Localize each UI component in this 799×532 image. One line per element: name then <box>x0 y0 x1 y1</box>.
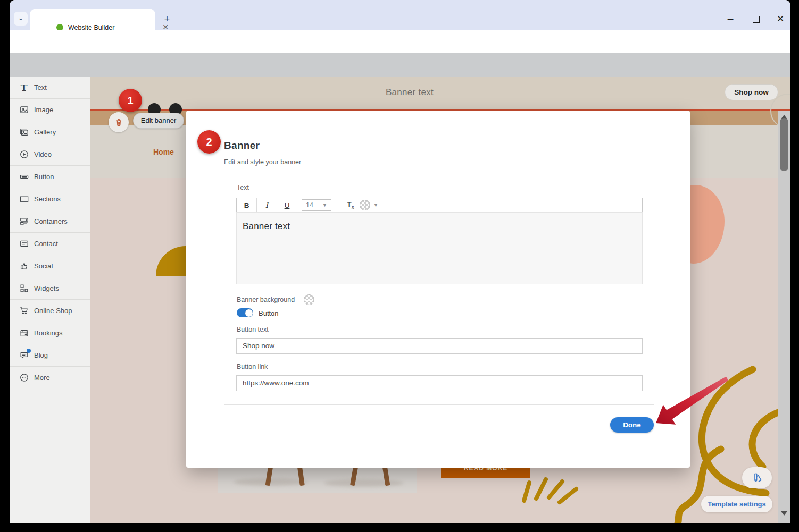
button-toggle[interactable] <box>237 308 253 317</box>
sidebar-item-button[interactable]: Button <box>10 166 90 188</box>
trash-icon <box>113 117 124 128</box>
sidebar-item-label: Image <box>34 106 53 114</box>
annotation-step-2: 2 <box>197 130 221 154</box>
clear-format-button[interactable]: Tx <box>342 200 360 210</box>
bookings-icon <box>19 328 29 339</box>
font-size-value: 14 <box>306 201 313 209</box>
sidebar-item-image[interactable]: Image <box>10 99 90 121</box>
cart-icon <box>19 306 29 316</box>
blog-icon <box>19 350 29 361</box>
sidebar-item-gallery[interactable]: Gallery <box>10 121 90 143</box>
banner-background-row: Banner background <box>237 294 314 305</box>
site-banner-shop-now-button[interactable]: Shop now <box>725 84 778 100</box>
sidebar-item-label: Online Shop <box>34 307 72 315</box>
sidebar-item-label: Widgets <box>34 284 59 292</box>
font-size-select[interactable]: 14 ▼ <box>302 199 331 211</box>
contact-icon <box>19 239 29 249</box>
widgets-icon <box>19 283 29 294</box>
sidebar-item-bookings[interactable]: Bookings <box>10 322 90 344</box>
template-settings-button[interactable]: Template settings <box>701 496 772 512</box>
button-text-input[interactable]: Shop now <box>236 338 643 354</box>
bold-button[interactable]: B <box>237 201 256 209</box>
sections-icon <box>19 194 29 205</box>
text-color-swatch-icon[interactable] <box>360 200 370 210</box>
sidebar-item-online-shop[interactable]: Online Shop <box>10 300 90 322</box>
background-color-swatch-icon[interactable] <box>304 294 314 305</box>
sidebar-item-label: Contact <box>34 240 58 248</box>
site-banner-text: Banner text <box>90 87 729 98</box>
text-format-toolbar: B I U 14 ▼ Tx ▼ <box>236 198 643 213</box>
sidebar-item-video[interactable]: Video <box>10 143 90 166</box>
button-icon <box>19 172 29 182</box>
sidebar-item-label: Gallery <box>34 128 56 136</box>
banner-text-input[interactable]: Banner text <box>236 212 643 284</box>
done-button[interactable]: Done <box>610 417 654 433</box>
window-minimize-button[interactable]: ─ <box>722 13 738 25</box>
button-link-input[interactable]: https://www.one.com <box>236 375 643 391</box>
delete-banner-button[interactable] <box>109 112 129 132</box>
browser-tab[interactable]: Website Builder ✕ <box>30 9 155 30</box>
modal-title: Banner <box>224 140 260 151</box>
banner-background-label: Banner background <box>237 296 295 303</box>
sidebar-item-label: Bookings <box>34 329 62 337</box>
canvas-scrollbar[interactable] <box>778 111 790 523</box>
sidebar-item-label: Video <box>34 150 52 158</box>
sidebar-item-widgets[interactable]: Widgets <box>10 277 90 300</box>
italic-button[interactable]: I <box>257 201 277 209</box>
modal-subtitle: Edit and style your banner <box>224 158 301 166</box>
text-section-label: Text <box>237 184 249 191</box>
button-text-label: Button text <box>237 326 269 333</box>
underline-button[interactable]: U <box>277 201 297 209</box>
text-icon: T <box>19 82 29 93</box>
palette-icon <box>751 471 763 484</box>
sidebar-item-sections[interactable]: Sections <box>10 188 90 210</box>
browser-window: ⌄ Website Builder ✕ + ─ ✕ ← → ⟳ websiteb… <box>10 0 790 523</box>
video-icon <box>19 149 29 160</box>
sidebar-item-label: Button <box>34 173 54 181</box>
sidebar-item-label: Text <box>34 83 47 91</box>
browser-titlebar: ⌄ Website Builder ✕ + ─ ✕ <box>10 0 790 30</box>
banner-edit-modal: 2 Banner Edit and style your banner Text… <box>186 111 690 468</box>
scrollbar-down-icon[interactable] <box>781 511 787 516</box>
sidebar-item-containers[interactable]: Containers <box>10 210 90 233</box>
sidebar-item-social[interactable]: Social <box>10 255 90 277</box>
containers-icon <box>19 216 29 227</box>
sidebar-item-label: Sections <box>34 195 61 203</box>
more-icon <box>19 373 29 383</box>
sidebar-item-blog[interactable]: Blog <box>10 344 90 367</box>
button-toggle-label: Button <box>259 309 279 317</box>
chevron-down-icon[interactable]: ▼ <box>373 202 378 208</box>
layout-guide-left <box>153 111 153 523</box>
blog-notification-dot <box>27 349 31 353</box>
browser-toolbar: ← → ⟳ websitebuilder.one.com/editor ☆ ⋮ <box>10 30 790 53</box>
social-icon <box>19 261 29 272</box>
image-icon <box>19 105 29 115</box>
gallery-icon <box>19 127 29 138</box>
scrollbar-thumb[interactable] <box>780 118 788 171</box>
editor-topbar: one.com Page: Home ▼ Help Save P <box>10 53 790 77</box>
template-style-button[interactable] <box>742 467 772 488</box>
button-link-label: Button link <box>237 363 268 370</box>
banner-settings-panel: Text B I U 14 ▼ Tx ▼ <box>224 173 654 405</box>
window-close-button[interactable]: ✕ <box>772 13 788 25</box>
banner-text-value: Banner text <box>243 221 290 232</box>
sidebar-item-label: Containers <box>34 217 68 225</box>
element-sidebar: T Text Image Gallery Video <box>10 77 91 523</box>
annotation-arrow <box>652 375 733 429</box>
sidebar-item-label: Blog <box>34 351 48 359</box>
sidebar-item-text[interactable]: T Text <box>10 77 90 99</box>
edit-banner-button[interactable]: Edit banner <box>133 113 184 129</box>
site-nav-home[interactable]: Home <box>153 148 174 156</box>
new-tab-button[interactable]: + <box>161 13 173 26</box>
annotation-step-1: 1 <box>119 89 142 112</box>
chevron-down-icon: ▼ <box>322 202 327 208</box>
sidebar-item-more[interactable]: More <box>10 367 90 389</box>
sidebar-item-contact[interactable]: Contact <box>10 233 90 255</box>
window-maximize-button[interactable] <box>748 13 764 25</box>
tab-search-button[interactable]: ⌄ <box>14 12 28 26</box>
sidebar-item-label: Social <box>34 262 53 270</box>
sidebar-item-label: More <box>34 374 50 382</box>
